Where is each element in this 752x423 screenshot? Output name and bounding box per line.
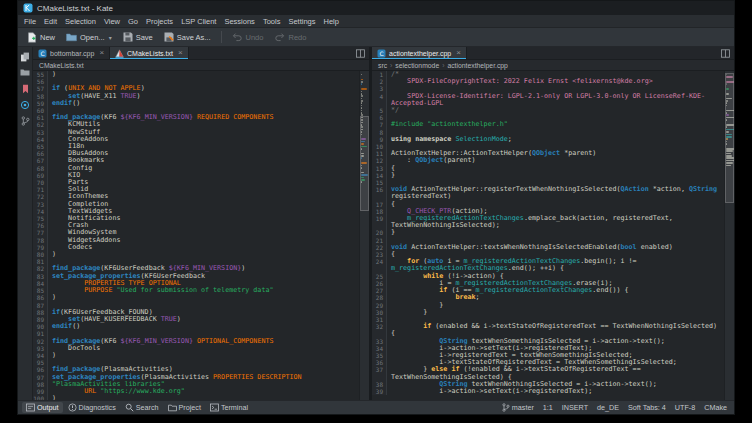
line-number: 32 bbox=[372, 323, 387, 337]
documents-button[interactable] bbox=[20, 51, 31, 62]
left-tabs: Cbottombar.cpp×CMakeLists.txt× bbox=[33, 47, 189, 59]
code-line: 68 Config bbox=[33, 165, 359, 172]
menu-view[interactable]: View bbox=[100, 15, 124, 28]
status-right: master 1:1 INSERT de_DE Soft Tabs: 4 UTF… bbox=[502, 403, 730, 412]
branch-icon bbox=[502, 403, 510, 412]
syntax-mode[interactable]: CMake bbox=[704, 403, 727, 412]
line-number: 76 bbox=[33, 222, 48, 229]
tab-bottombar-cpp[interactable]: Cbottombar.cpp× bbox=[33, 47, 110, 59]
line-number: 4 bbox=[372, 93, 387, 107]
line-number: 18 bbox=[372, 208, 387, 215]
minimap-viewport[interactable] bbox=[360, 116, 369, 211]
menu-selection[interactable]: Selection bbox=[61, 15, 100, 28]
menu-sessions[interactable]: Sessions bbox=[220, 15, 258, 28]
menu-settings[interactable]: Settings bbox=[284, 15, 319, 28]
close-tab-icon[interactable]: × bbox=[99, 49, 104, 57]
filesystem-browser-button[interactable] bbox=[20, 67, 31, 78]
line-number: 34 bbox=[372, 345, 387, 352]
documents-icon bbox=[20, 52, 30, 62]
panel-label: Search bbox=[136, 403, 159, 412]
kate-window: CMakeLists.txt - Kate FileEditSelectionV… bbox=[17, 0, 735, 415]
line-number: 99 bbox=[33, 388, 48, 395]
save-button[interactable]: Save bbox=[118, 30, 158, 44]
breadcrumb-item[interactable]: selectionmode bbox=[395, 62, 439, 69]
undo-button[interactable]: Undo bbox=[227, 30, 269, 44]
save-as-button[interactable]: Save As... bbox=[159, 30, 216, 44]
redo-button[interactable]: Redo bbox=[269, 30, 311, 44]
split-view-icon[interactable] bbox=[721, 49, 730, 58]
right-editor[interactable]: 1/*2 SPDX-FileCopyrightText: 2022 Felix … bbox=[372, 71, 724, 400]
breadcrumb-item[interactable]: actiontexthelper.cpp bbox=[447, 62, 507, 69]
toolbar-separator bbox=[221, 31, 222, 43]
new-button[interactable]: New bbox=[22, 30, 60, 45]
menu-help[interactable]: Help bbox=[320, 15, 343, 28]
menu-go[interactable]: Go bbox=[124, 15, 142, 28]
symbols-button[interactable] bbox=[20, 99, 31, 110]
line-number: 72 bbox=[33, 193, 48, 200]
redo-icon bbox=[274, 32, 285, 42]
line-number: 61 bbox=[33, 114, 48, 121]
left-pane: Cbottombar.cpp×CMakeLists.txt× CMakeList… bbox=[33, 47, 369, 400]
tab-label: CMakeLists.txt bbox=[127, 50, 173, 57]
minimap-viewport[interactable] bbox=[725, 73, 734, 203]
output-icon bbox=[26, 403, 35, 412]
save-icon bbox=[123, 32, 133, 42]
line-number: 35 bbox=[372, 352, 387, 359]
dictionary[interactable]: de_DE bbox=[597, 403, 619, 412]
code-line: 94) bbox=[33, 352, 359, 359]
encoding[interactable]: UTF-8 bbox=[675, 403, 695, 412]
line-number: 38 bbox=[372, 381, 387, 388]
panel-diagnostics-button[interactable]: Diagnostics bbox=[64, 402, 120, 413]
panel-label: Project bbox=[179, 403, 201, 412]
breadcrumb-item[interactable]: CMakeLists.txt bbox=[39, 62, 84, 69]
menu-edit[interactable]: Edit bbox=[40, 15, 61, 28]
line-number: 14 bbox=[372, 172, 387, 179]
panel-output-button[interactable]: Output bbox=[22, 402, 63, 413]
line-number: 37 bbox=[372, 366, 387, 380]
open-button[interactable]: Open...▾ bbox=[61, 30, 117, 44]
cursor-position[interactable]: 1:1 bbox=[543, 403, 553, 412]
save-label: Save bbox=[136, 33, 153, 42]
panel-search-button[interactable]: Search bbox=[121, 402, 163, 413]
undo-label: Undo bbox=[246, 33, 264, 42]
git-branch-button[interactable]: master bbox=[502, 403, 534, 412]
line-number: 90 bbox=[33, 323, 48, 330]
menu-lsp-client[interactable]: LSP Client bbox=[177, 15, 220, 28]
line-number: 6 bbox=[372, 114, 387, 121]
line-number: 96 bbox=[33, 366, 48, 373]
line-number: 93 bbox=[33, 345, 48, 352]
title-bar[interactable]: CMakeLists.txt - Kate bbox=[18, 1, 734, 15]
panel-project-button[interactable]: Project bbox=[164, 402, 205, 413]
code-line: 55) bbox=[33, 71, 359, 78]
git-button[interactable] bbox=[20, 115, 31, 126]
right-minimap-scrollbar[interactable] bbox=[724, 71, 734, 400]
input-mode[interactable]: INSERT bbox=[562, 403, 588, 412]
breadcrumb-item[interactable]: src bbox=[378, 62, 387, 69]
menu-tools[interactable]: Tools bbox=[259, 15, 285, 28]
tab-mode[interactable]: Soft Tabs: 4 bbox=[628, 403, 666, 412]
code-line: 22void ActionTextHelper::textsWhenNothin… bbox=[372, 244, 724, 251]
tab-actiontexthelper-cpp[interactable]: Cactiontexthelper.cpp× bbox=[372, 47, 467, 59]
left-minimap-scrollbar[interactable] bbox=[359, 71, 369, 400]
code-line: 14} bbox=[372, 172, 724, 179]
menu-projects[interactable]: Projects bbox=[142, 15, 177, 28]
breadcrumb-separator: › bbox=[390, 62, 392, 69]
code-line: 86) bbox=[33, 294, 359, 301]
line-number: 78 bbox=[33, 237, 48, 244]
git-icon bbox=[21, 116, 30, 126]
close-tab-icon[interactable]: × bbox=[456, 49, 461, 57]
line-number: 39 bbox=[372, 388, 387, 395]
bookmarks-button[interactable] bbox=[20, 83, 31, 94]
code-line: 24 for (auto i = m_registeredActionTextC… bbox=[372, 258, 724, 272]
tab-cmakelists-txt[interactable]: CMakeLists.txt× bbox=[110, 47, 189, 59]
left-editor[interactable]: 55)56 57if (UNIX AND NOT APPLE)58 set(HA… bbox=[33, 71, 359, 400]
line-number: 16 bbox=[372, 186, 387, 200]
menu-file[interactable]: File bbox=[20, 15, 40, 28]
panel-terminal-button[interactable]: Terminal bbox=[206, 402, 252, 413]
line-number: 65 bbox=[33, 143, 48, 150]
line-number: 25 bbox=[372, 273, 387, 280]
breadcrumb-separator: › bbox=[442, 62, 444, 69]
code-line: 7#include "actiontexthelper.h" bbox=[372, 121, 724, 128]
close-tab-icon[interactable]: × bbox=[178, 49, 183, 57]
split-view-icon[interactable] bbox=[356, 49, 365, 58]
